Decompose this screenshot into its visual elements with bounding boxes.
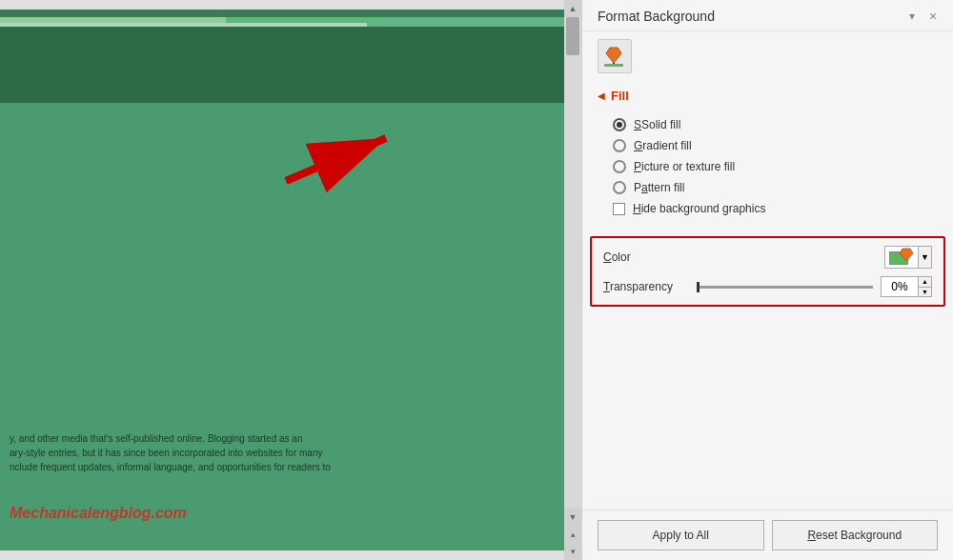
fill-section-header[interactable]: ◀ Fill	[582, 85, 953, 107]
pattern-fill-radio[interactable]	[613, 181, 626, 194]
transparency-spinner: ▲ ▼	[919, 276, 932, 297]
scroll-up-button[interactable]: ▲	[564, 0, 581, 17]
solid-fill-label: SSolid fill	[634, 118, 680, 131]
slide-dark-header	[0, 27, 564, 103]
color-bucket-icon	[899, 248, 916, 263]
fill-section-label: Fill	[611, 89, 629, 103]
transparency-down-button[interactable]: ▼	[919, 288, 931, 297]
scroll-pgup-button[interactable]: ▴	[564, 526, 581, 543]
svg-marker-2	[606, 48, 621, 63]
reset-background-button[interactable]: Reset Background	[772, 520, 939, 550]
solid-fill-option[interactable]: SSolid fill	[613, 114, 938, 135]
fill-options-body: SSolid fill Gradient fill Picture or tex…	[582, 107, 953, 227]
gradient-fill-radio[interactable]	[613, 139, 626, 152]
scroll-down-button[interactable]: ▼	[564, 509, 581, 526]
pattern-fill-label: Pattern fill	[634, 181, 684, 194]
slide-text-line3: nclude frequent updates, informal langua…	[10, 460, 555, 474]
hide-background-label: Hide background graphics	[633, 202, 765, 215]
panel-header: Format Background ▾ ×	[582, 0, 953, 31]
gradient-fill-label: Gradient fill	[634, 139, 692, 152]
panel-close-button[interactable]: ×	[924, 8, 942, 25]
radio-dot	[617, 122, 622, 128]
color-picker-button[interactable]	[884, 246, 919, 269]
slide-watermark: Mechanicalengblog.com	[10, 505, 555, 522]
picture-texture-fill-option[interactable]: Picture or texture fill	[613, 156, 938, 177]
hide-background-option[interactable]: Hide background graphics	[613, 198, 938, 219]
solid-fill-radio[interactable]	[613, 118, 626, 131]
fill-icon-button[interactable]	[598, 39, 632, 73]
hide-background-checkbox[interactable]	[613, 203, 625, 215]
slide-container: y, and other media that's self-published…	[0, 0, 581, 560]
picture-fill-radio[interactable]	[613, 160, 626, 173]
slide-text-area: y, and other media that's self-published…	[10, 431, 555, 474]
slide-text-line1: y, and other media that's self-published…	[10, 431, 555, 446]
slide-top-bar	[0, 10, 564, 17]
apply-to-all-button[interactable]: Apply to All	[598, 520, 764, 550]
slide-text-line2: ary-style entries, but it has since been…	[10, 446, 555, 460]
panel-title: Format Background	[598, 9, 903, 24]
color-label: Color	[603, 250, 884, 264]
panel-pin-button[interactable]: ▾	[903, 8, 921, 25]
panel-icon-bar	[582, 31, 953, 77]
svg-marker-5	[900, 249, 913, 261]
color-transparency-section: Color ▼ Transparency	[590, 236, 945, 307]
pattern-fill-option[interactable]: Pattern fill	[613, 177, 938, 198]
transparency-value[interactable]: 0%	[881, 276, 919, 297]
transparency-slider[interactable]	[697, 286, 873, 289]
slide-scrollbar: ▲ ▼ ▴ ▾	[564, 0, 581, 560]
color-picker-group: ▼	[884, 246, 932, 269]
slide-preview-area: y, and other media that's self-published…	[0, 0, 581, 560]
svg-rect-4	[604, 64, 623, 67]
format-background-panel: Format Background ▾ × ◀ Fill	[581, 0, 953, 560]
slide-preview: y, and other media that's self-published…	[0, 10, 564, 550]
transparency-label: Transparency	[603, 280, 689, 293]
panel-footer: Apply to All Reset Background	[582, 510, 953, 560]
transparency-up-button[interactable]: ▲	[919, 277, 931, 288]
section-collapse-icon: ◀	[598, 90, 605, 101]
paint-bucket-icon	[604, 46, 625, 67]
panel-content: ◀ Fill SSolid fill Gradient fill	[582, 77, 953, 510]
gradient-fill-option[interactable]: Gradient fill	[613, 135, 938, 156]
transparency-thumb	[697, 282, 700, 292]
color-row: Color ▼	[603, 246, 932, 269]
scroll-pgdn-button[interactable]: ▾	[564, 543, 581, 560]
picture-fill-label: Picture or texture fill	[634, 160, 735, 173]
transparency-row: Transparency 0% ▲ ▼	[603, 276, 932, 297]
color-dropdown-button[interactable]: ▼	[919, 246, 932, 269]
scrollbar-thumb[interactable]	[566, 17, 579, 55]
